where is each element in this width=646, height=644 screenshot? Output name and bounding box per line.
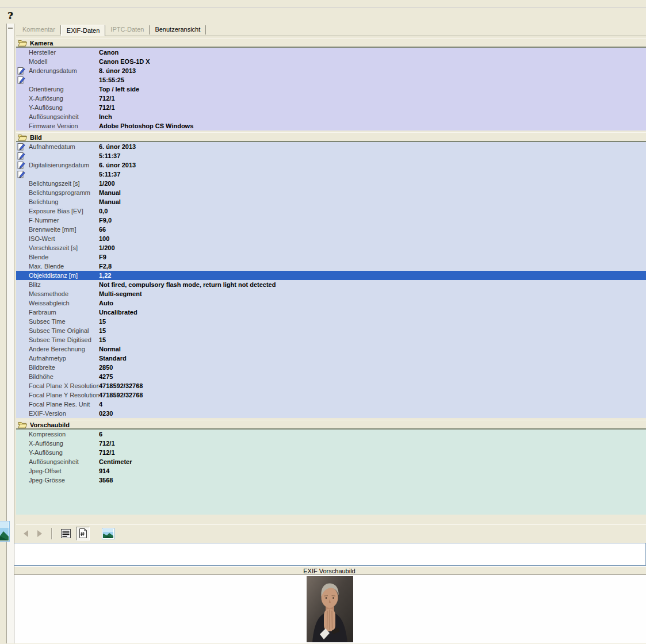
previous-image-button[interactable] xyxy=(21,528,31,539)
exif-row[interactable]: 15:55:25 xyxy=(16,75,646,85)
section-header[interactable]: Kamera xyxy=(16,38,646,48)
row-icon-spacer xyxy=(16,280,29,289)
row-icon-spacer xyxy=(16,457,29,466)
exif-field-label: Bildbreite xyxy=(29,364,99,371)
numbered-page-icon xyxy=(79,528,87,538)
exif-row[interactable]: Jpeg-Grösse3568 xyxy=(16,476,646,485)
exif-row-selected[interactable]: Objektdistanz [m]1,22 xyxy=(16,271,646,280)
exif-row[interactable]: AuflösungseinheitCentimeter xyxy=(16,457,646,466)
section-rows: Kompression6X-Auflösung712/1Y-Auflösung7… xyxy=(16,430,646,515)
exif-row[interactable]: Bildhöhe4275 xyxy=(16,372,646,381)
exif-row[interactable]: AuflösungseinheitInch xyxy=(16,112,646,121)
exif-row[interactable]: Digitalisierungsdatum6. únor 2013 xyxy=(16,160,646,170)
exif-field-value: 712/1 xyxy=(99,104,115,111)
exif-field-value: Top / left side xyxy=(99,86,139,93)
exif-row[interactable]: Focal Plane X Resolution4718592/32768 xyxy=(16,381,646,390)
exif-row[interactable]: 5:11:37 xyxy=(16,151,646,160)
exif-row[interactable]: Firmware VersionAdobe Photoshop CS Windo… xyxy=(16,121,646,131)
splitter-bar[interactable] xyxy=(6,24,14,643)
exif-field-label: Bildhöhe xyxy=(29,373,99,380)
exif-row[interactable]: Verschlusszeit [s]1/200 xyxy=(16,243,646,252)
exif-row[interactable]: ISO-Wert100 xyxy=(16,234,646,243)
row-icon-spacer xyxy=(16,430,29,439)
image-view-button[interactable] xyxy=(101,527,115,540)
exif-field-value: F9,0 xyxy=(99,217,112,224)
next-image-button[interactable] xyxy=(35,528,45,539)
exif-row[interactable]: X-Auflösung712/1 xyxy=(16,439,646,448)
exif-row[interactable]: HerstellerCanon xyxy=(16,48,646,57)
exif-field-value: 4718592/32768 xyxy=(99,382,143,389)
text-view-button[interactable] xyxy=(59,527,72,540)
exif-row[interactable]: Exposure Bias [EV]0,0 xyxy=(16,206,646,216)
tab-exif-daten[interactable]: EXIF-Daten xyxy=(61,25,105,36)
exif-row[interactable]: Max. BlendeF2,8 xyxy=(16,262,646,271)
exif-row[interactable]: EXIF-Version0230 xyxy=(16,409,646,418)
exif-row[interactable]: Aufnahmedatum6. únor 2013 xyxy=(16,142,646,151)
exif-row[interactable]: Brennweite [mm]66 xyxy=(16,225,646,234)
exif-field-value: 6. únor 2013 xyxy=(99,162,136,168)
exif-row[interactable]: Bildbreite2850 xyxy=(16,363,646,372)
exif-row[interactable]: AufnahmetypStandard xyxy=(16,354,646,363)
row-icon-spacer xyxy=(16,439,29,448)
exif-field-label: Farbraum xyxy=(29,309,99,316)
application-window: ? Kommentar EXIF-Daten IPTC-Daten Benutz… xyxy=(0,0,646,644)
exif-row[interactable]: F-NummerF9,0 xyxy=(16,216,646,225)
image-thumbnail-icon xyxy=(0,521,10,542)
field-view-button[interactable] xyxy=(76,527,90,540)
exif-row[interactable]: BlendeF9 xyxy=(16,252,646,262)
thumbnail-corner-icon[interactable] xyxy=(0,521,10,542)
exif-row[interactable]: Änderungsdatum8. únor 2013 xyxy=(16,66,646,75)
row-icon-spacer xyxy=(16,225,29,234)
exif-row[interactable]: Belichtungszeit [s]1/200 xyxy=(16,179,646,188)
section-bild: BildAufnahmedatum6. únor 20135:11:37Digi… xyxy=(16,132,646,418)
exif-row[interactable]: Jpeg-Offset914 xyxy=(16,466,646,476)
exif-row[interactable]: BlitzNot fired, compulsory flash mode, r… xyxy=(16,280,646,289)
row-icon-spacer xyxy=(16,289,29,298)
exif-thumbnail-photo[interactable] xyxy=(307,576,353,642)
exif-field-label: Verschlusszeit [s] xyxy=(29,244,99,251)
row-icon-spacer xyxy=(16,243,29,252)
exif-row[interactable]: FarbraumUncalibrated xyxy=(16,308,646,317)
exif-row[interactable]: Y-Auflösung712/1 xyxy=(16,103,646,112)
edit-pencil-icon xyxy=(16,142,29,151)
preview-nav-toolbar xyxy=(16,524,646,542)
exif-row[interactable]: ModellCanon EOS-1D X xyxy=(16,57,646,66)
exif-field-value: Standard xyxy=(99,355,127,362)
menu-bar xyxy=(0,0,646,7)
exif-field-value: 6. únor 2013 xyxy=(99,143,136,150)
exif-row[interactable]: Kompression6 xyxy=(16,430,646,439)
exif-field-value: 15:55:25 xyxy=(99,76,124,83)
splitter-grip-icon[interactable] xyxy=(8,28,13,29)
exif-field-label: Auflösungseinheit xyxy=(29,113,99,120)
top-toolbar: ? xyxy=(0,7,646,24)
exif-field-value: 5:11:37 xyxy=(99,171,120,178)
section-header[interactable]: Bild xyxy=(16,132,646,142)
exif-row[interactable]: Subsec Time15 xyxy=(16,317,646,326)
exif-row[interactable]: MessmethodeMulti-segment xyxy=(16,289,646,298)
row-icon-spacer xyxy=(16,381,29,390)
section-header[interactable]: Vorschaubild xyxy=(16,420,646,430)
exif-field-label: Andere Berechnung xyxy=(29,346,99,352)
tab-kommentar[interactable]: Kommentar xyxy=(17,25,61,34)
text-list-icon xyxy=(61,529,71,538)
comment-box[interactable] xyxy=(13,543,646,566)
exif-row[interactable]: X-Auflösung712/1 xyxy=(16,94,646,103)
exif-row[interactable]: Focal Plane Y Resolution4718592/32768 xyxy=(16,390,646,400)
exif-row[interactable]: Focal Plane Res. Unit4 xyxy=(16,400,646,409)
exif-row[interactable]: Andere BerechnungNormal xyxy=(16,344,646,354)
exif-row[interactable]: BelichtungManual xyxy=(16,197,646,206)
tab-iptc-daten[interactable]: IPTC-Daten xyxy=(105,25,150,34)
exif-row[interactable]: OrientierungTop / left side xyxy=(16,85,646,94)
exif-row[interactable]: BelichtungsprogrammManual xyxy=(16,188,646,197)
exif-row[interactable]: WeissabgleichAuto xyxy=(16,298,646,308)
tab-benutzeransicht[interactable]: Benutzeransicht xyxy=(150,25,206,34)
exif-row[interactable]: 5:11:37 xyxy=(16,170,646,179)
row-icon-spacer xyxy=(16,363,29,372)
section-title: Bild xyxy=(30,134,42,141)
exif-row[interactable]: Subsec Time Original15 xyxy=(16,326,646,335)
help-button[interactable]: ? xyxy=(7,12,13,21)
left-gutter xyxy=(0,24,6,643)
exif-row[interactable]: Subsec Time Digitised15 xyxy=(16,335,646,344)
exif-field-label: Belichtung xyxy=(29,198,99,205)
exif-row[interactable]: Y-Auflösung712/1 xyxy=(16,448,646,457)
